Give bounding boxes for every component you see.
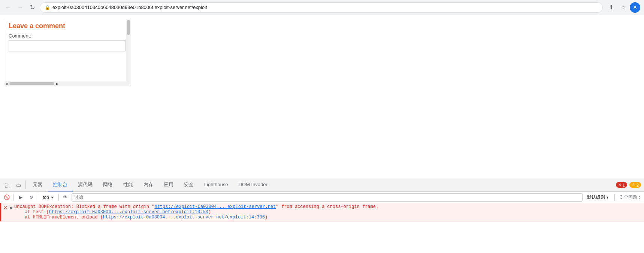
default-level-label: 默认级别 [587, 194, 605, 200]
tab-application-label: 应用 [164, 181, 173, 188]
toolbar-separator-3 [58, 194, 59, 201]
comment-label: Comment: [9, 33, 126, 39]
iframe-scrollbar-bottom[interactable]: ◀ ▶ [4, 81, 126, 86]
url-text: exploit-0a03004103c0b6048030d93e01b8006f… [52, 5, 598, 10]
console-toolbar: 🚫 ▶ ⊘ top ▼ 👁 默认级别 ▼ 3 个问题： [0, 192, 644, 203]
error-x-icon: ✕ [618, 182, 622, 187]
warning-badge[interactable]: ⚠ 2 [629, 182, 641, 188]
tab-security-label: 安全 [184, 181, 194, 188]
toolbar-separator-1 [13, 194, 14, 201]
forward-button[interactable]: → [16, 3, 25, 12]
tab-elements-label: 元素 [33, 181, 42, 188]
comment-input[interactable] [9, 40, 126, 51]
toolbar-separator-4 [614, 194, 615, 201]
context-selector[interactable]: top ▼ [40, 194, 56, 201]
tab-sources[interactable]: 源代码 [73, 178, 98, 191]
comment-heading: Leave a comment [9, 22, 126, 30]
tab-security[interactable]: 安全 [179, 178, 199, 191]
scroll-right-arrow[interactable]: ▶ [55, 81, 60, 86]
main-content: Leave a comment Comment: ◀ ▶ [0, 15, 644, 178]
tab-application[interactable]: 应用 [158, 178, 179, 191]
tab-performance[interactable]: 性能 [118, 178, 138, 191]
stop-button[interactable]: ⊘ [27, 193, 36, 202]
console-output: ✕ ▶ Uncaught DOMException: Blocked a fra… [0, 203, 644, 253]
share-icon: ⬆ [609, 4, 614, 11]
back-icon: ← [5, 4, 11, 11]
tab-sources-label: 源代码 [78, 181, 93, 188]
iframe-inner: Leave a comment Comment: [4, 19, 131, 57]
error-link-3[interactable]: https://exploit-0a03004....exploit-serve… [103, 215, 265, 220]
run-icon: ▶ [19, 194, 22, 200]
iframe-scrollbar-right[interactable] [126, 19, 131, 86]
tab-lighthouse-label: Lighthouse [204, 182, 228, 187]
inspect-icon: ⬚ [5, 182, 10, 188]
clear-console-button[interactable]: 🚫 [2, 193, 11, 202]
browser-chrome: ← → ↻ 🔒 exploit-0a03004103c0b6048030d93e… [0, 0, 644, 15]
tab-console-label: 控制台 [53, 181, 67, 188]
error-count: 1 [623, 183, 625, 187]
context-label: top [43, 195, 49, 200]
console-error-text: Uncaught DOMException: Blocked a frame w… [14, 204, 642, 220]
error-text-prefix: Uncaught DOMException: Blocked a frame w… [14, 204, 154, 209]
toolbar-right: ⬆ ☆ A [606, 2, 640, 13]
tab-memory[interactable]: 内存 [138, 178, 158, 191]
address-bar[interactable]: 🔒 exploit-0a03004103c0b6048030d93e01b800… [40, 2, 603, 13]
tab-network[interactable]: 网络 [98, 178, 118, 191]
devtools-panel: ⬚ ▭ 元素 控制台 源代码 网络 性能 内存 应用 安全 Light [0, 178, 644, 253]
tab-separator-1 [25, 181, 26, 189]
console-error-row: ✕ ▶ Uncaught DOMException: Blocked a fra… [0, 203, 644, 221]
tab-dom-invader[interactable]: DOM Invader [233, 178, 273, 191]
device-toggle-button[interactable]: ▭ [13, 178, 24, 192]
refresh-icon: ↻ [30, 4, 35, 11]
error-line-2: at test (https://exploit-0a03004....expl… [14, 209, 642, 215]
error-link-2[interactable]: https://exploit-0a03004....exploit-serve… [49, 209, 208, 215]
tab-dom-invader-label: DOM Invader [239, 182, 267, 187]
error-link-1[interactable]: https://exploit-0a03004....exploit-serve… [154, 204, 276, 209]
tab-memory-label: 内存 [143, 181, 153, 188]
run-scripts-button[interactable]: ▶ [16, 193, 25, 202]
error-text-suffix: " from accessing a cross-origin frame. [276, 204, 379, 209]
profile-button[interactable]: A [630, 2, 640, 13]
eye-button[interactable]: 👁 [61, 193, 70, 202]
devtools-tabs-bar: ⬚ ▭ 元素 控制台 源代码 网络 性能 内存 应用 安全 Light [0, 178, 644, 192]
profile-icon: A [634, 5, 637, 10]
lock-icon: 🔒 [45, 5, 50, 10]
console-error-icon: ✕ [3, 205, 7, 211]
issues-count: 3 个问题： [620, 194, 642, 200]
error-line-3: at HTMLIFrameElement.onload (https://exp… [14, 215, 642, 220]
clear-icon: 🚫 [4, 194, 10, 200]
warning-count: 2 [637, 183, 639, 187]
default-level-chevron-icon: ▼ [606, 196, 609, 199]
scrollbar-thumb-vertical [127, 20, 130, 35]
tab-performance-label: 性能 [123, 181, 133, 188]
iframe-container: Leave a comment Comment: ◀ ▶ [4, 19, 131, 86]
back-button[interactable]: ← [4, 3, 13, 12]
tab-console[interactable]: 控制台 [48, 178, 73, 191]
toolbar-separator-2 [38, 194, 38, 201]
eye-icon: 👁 [63, 194, 68, 200]
filter-input[interactable] [72, 193, 583, 202]
scrollbar-thumb-horizontal [9, 82, 54, 85]
tab-network-label: 网络 [103, 181, 113, 188]
tab-lighthouse[interactable]: Lighthouse [199, 178, 233, 191]
error-badge[interactable]: ✕ 1 [616, 182, 627, 188]
context-chevron-icon: ▼ [51, 196, 54, 199]
bookmark-button[interactable]: ☆ [618, 2, 628, 13]
inspect-element-button[interactable]: ⬚ [1, 178, 13, 192]
devtools-tabs-right: ✕ 1 ⚠ 2 [616, 178, 644, 191]
console-expand-arrow[interactable]: ▶ [10, 205, 13, 210]
share-button[interactable]: ⬆ [606, 2, 616, 13]
scroll-left-arrow[interactable]: ◀ [4, 81, 9, 86]
warning-icon: ⚠ [632, 182, 635, 187]
tab-elements[interactable]: 元素 [27, 178, 48, 191]
device-icon: ▭ [16, 182, 21, 188]
stop-icon: ⊘ [30, 195, 33, 200]
refresh-button[interactable]: ↻ [28, 3, 37, 12]
default-level-selector[interactable]: 默认级别 ▼ [584, 193, 612, 201]
forward-icon: → [17, 4, 23, 11]
star-icon: ☆ [620, 4, 626, 11]
